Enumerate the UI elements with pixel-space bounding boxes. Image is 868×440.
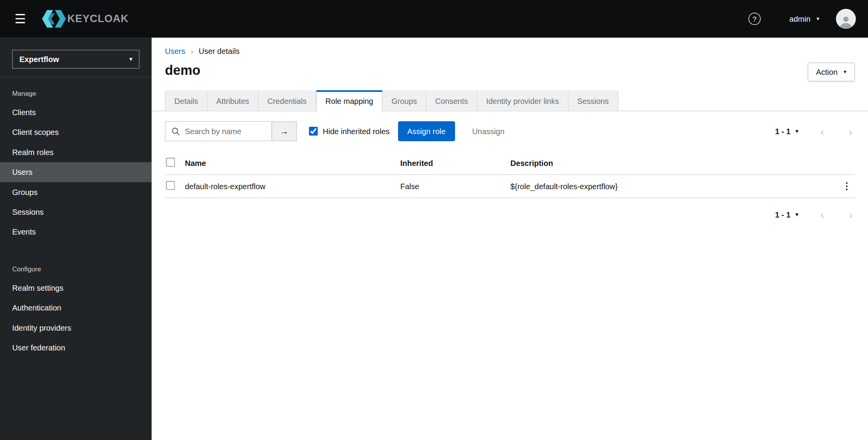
sidebar-item-realm-roles[interactable]: Realm roles (0, 142, 152, 162)
search-box (165, 121, 272, 141)
breadcrumb-link-users[interactable]: Users (165, 47, 185, 55)
sidebar: Expertflow ▾ Manage Clients Client scope… (0, 38, 152, 440)
search-icon (172, 127, 180, 135)
keycloak-logo-icon (40, 10, 66, 28)
unassign-button[interactable]: Unassign (472, 127, 504, 136)
sidebar-item-realm-settings[interactable]: Realm settings (0, 278, 152, 298)
sidebar-nav: Manage Clients Client scopes Realm roles… (0, 78, 152, 358)
tab-identity-provider-links[interactable]: Identity provider links (477, 90, 568, 111)
arrow-right-icon: → (280, 126, 289, 136)
nav-group-manage: Manage Clients Client scopes Realm roles… (0, 81, 152, 242)
help-button[interactable]: ? (748, 13, 760, 25)
username: admin (789, 14, 810, 23)
masthead: ☰ KEYCLOAK ? admin ▾ (0, 0, 868, 38)
column-header-description: Description (506, 152, 835, 174)
sidebar-item-clients[interactable]: Clients (0, 102, 152, 122)
masthead-right: ? admin ▾ (748, 9, 868, 29)
chevron-down-icon: ▾ (796, 128, 798, 134)
pagination-top: 1 - 1 ▾ ‹ › (775, 124, 855, 138)
chevron-down-icon: ▾ (796, 212, 798, 217)
action-button[interactable]: Action ▾ (808, 62, 855, 81)
pagination-range: 1 - 1 (775, 127, 790, 136)
toolbar: → Hide inherited roles Assign role Unass… (165, 121, 855, 141)
tab-bar: Details Attributes Credentials Role mapp… (152, 90, 868, 111)
chevron-down-icon: ▾ (816, 16, 819, 21)
sidebar-item-authentication[interactable]: Authentication (0, 298, 152, 317)
search-input[interactable] (185, 127, 267, 136)
hide-inherited-group: Hide inherited roles (309, 127, 390, 136)
chevron-left-icon: ‹ (820, 208, 824, 221)
breadcrumb-current: User details (199, 47, 240, 55)
tab-groups[interactable]: Groups (383, 90, 426, 111)
role-mapping-table: Name Inherited Description default-roles… (165, 152, 855, 198)
assign-role-button[interactable]: Assign role (398, 121, 455, 141)
sidebar-item-groups[interactable]: Groups (0, 182, 152, 202)
sidebar-item-identity-providers[interactable]: Identity providers (0, 318, 152, 338)
keycloak-admin-console: ☰ KEYCLOAK ? admin ▾ (0, 0, 868, 440)
column-header-actions (835, 152, 854, 174)
table-row: default-roles-expertflow False ${role_de… (165, 175, 855, 198)
hide-inherited-label[interactable]: Hide inherited roles (323, 127, 390, 136)
nav-group-configure: Configure Realm settings Authentication … (0, 256, 152, 357)
question-icon: ? (752, 15, 756, 23)
sidebar-item-events[interactable]: Events (0, 222, 152, 242)
pagination-prev-button[interactable]: ‹ (818, 124, 827, 138)
tab-details[interactable]: Details (165, 90, 208, 111)
hide-inherited-checkbox[interactable] (309, 127, 318, 136)
chevron-right-icon: › (849, 125, 852, 138)
pagination-bottom-next-button[interactable]: › (846, 208, 854, 222)
realm-selector-value: Expertflow (19, 55, 59, 64)
chevron-left-icon: ‹ (820, 125, 824, 138)
sidebar-item-user-federation[interactable]: User federation (0, 338, 152, 357)
page-title: demo (165, 62, 200, 78)
pagination-bottom: 1 - 1 ▾ ‹ › (165, 208, 855, 222)
search-group: → (165, 121, 297, 141)
tab-sessions[interactable]: Sessions (568, 90, 618, 111)
select-all-checkbox[interactable] (166, 158, 175, 167)
sidebar-toggle-button[interactable]: ☰ (0, 12, 26, 25)
sidebar-item-users[interactable]: Users (0, 162, 152, 182)
kebab-icon: ⋮ (842, 181, 851, 192)
chevron-down-icon: ▾ (844, 69, 846, 75)
row-checkbox[interactable] (166, 181, 175, 190)
chevron-down-icon: ▾ (129, 57, 132, 62)
brand-text: KEYCLOAK (67, 13, 129, 25)
column-header-inherited: Inherited (396, 152, 506, 174)
nav-group-label-manage: Manage (0, 81, 152, 102)
page-header: demo Action ▾ (165, 62, 855, 81)
breadcrumb: Users › User details (165, 47, 855, 55)
realm-selector[interactable]: Expertflow ▾ (12, 50, 139, 69)
tab-attributes[interactable]: Attributes (207, 90, 259, 111)
pagination-bottom-prev-button[interactable]: ‹ (818, 208, 827, 222)
search-submit-button[interactable]: → (272, 121, 297, 141)
column-header-name: Name (181, 152, 396, 174)
tab-consents[interactable]: Consents (426, 90, 478, 111)
main-content: Users › User details demo Action ▾ Detai… (152, 38, 868, 440)
tab-credentials[interactable]: Credentials (259, 90, 316, 111)
realm-selector-wrap: Expertflow ▾ (0, 38, 152, 78)
user-menu[interactable]: admin ▾ (789, 14, 819, 23)
pagination-range: 1 - 1 (775, 210, 790, 219)
person-icon (839, 14, 853, 29)
tab-role-mapping[interactable]: Role mapping (316, 90, 383, 111)
sidebar-item-client-scopes[interactable]: Client scopes (0, 123, 152, 142)
role-inherited-cell: False (396, 175, 506, 198)
hamburger-icon: ☰ (14, 11, 26, 26)
pagination-bottom-menu-toggle[interactable]: 1 - 1 ▾ (775, 210, 798, 219)
brand: KEYCLOAK (40, 10, 129, 28)
sidebar-item-sessions[interactable]: Sessions (0, 202, 152, 222)
chevron-right-icon: › (849, 208, 852, 221)
action-button-label: Action (816, 67, 838, 76)
avatar[interactable] (836, 9, 856, 29)
pagination-next-button[interactable]: › (846, 124, 854, 138)
nav-group-label-configure: Configure (0, 256, 152, 278)
pagination-menu-toggle[interactable]: 1 - 1 ▾ (775, 127, 798, 136)
role-name-cell: default-roles-expertflow (181, 175, 396, 198)
breadcrumb-separator-icon: › (191, 47, 193, 55)
row-kebab-button[interactable]: ⋮ (840, 181, 854, 191)
role-description-cell: ${role_default-roles-expertflow} (506, 175, 835, 198)
table-header-row: Name Inherited Description (165, 152, 855, 174)
